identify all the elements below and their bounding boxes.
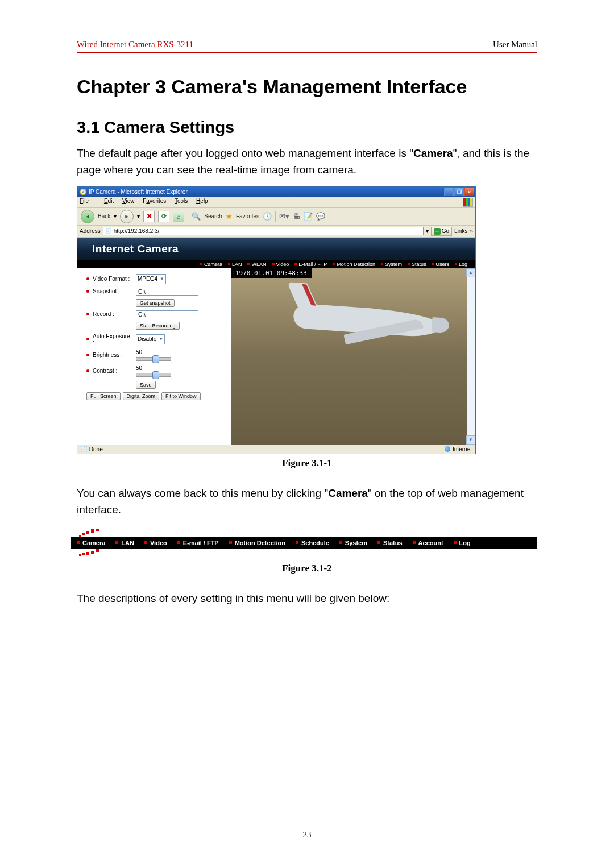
scrollbar-track[interactable] — [467, 277, 475, 436]
discuss-icon[interactable]: 💬 — [316, 212, 325, 221]
ie-menubar: File Edit View Favorites Tools Help — [77, 197, 475, 208]
camera-live-view: 1970.01.01 09:48:33 ▲ ▼ — [231, 268, 475, 445]
window-minimize-button[interactable]: _ — [444, 188, 454, 196]
get-snapshot-button[interactable]: Get snapshot — [136, 299, 175, 307]
nav-email-ftp[interactable]: E-Mail / FTP — [294, 261, 327, 267]
strip-nav-account[interactable]: Account — [413, 539, 443, 546]
camera-controls-panel: Video Format : MPEG4▼ Snapshot : C:\ Get… — [77, 268, 231, 445]
page-number: 23 — [0, 830, 614, 840]
figure-nav-strip: Camera LAN Video E-mail / FTP Motion Det… — [71, 526, 537, 559]
page-icon: 🧾 — [105, 228, 112, 234]
strip-nav-status[interactable]: Status — [377, 539, 403, 546]
windows-flag-icon — [463, 198, 473, 207]
internet-zone-icon — [445, 446, 450, 452]
label-record: Record : — [93, 311, 132, 317]
address-label: Address — [80, 228, 101, 234]
video-timestamp: 1970.01.01 09:48:33 — [231, 268, 312, 278]
links-label[interactable]: Links — [454, 228, 467, 234]
nav-wlan[interactable]: WLAN — [247, 261, 266, 267]
section-title: 3.1 Camera Settings — [77, 118, 537, 137]
menu-file[interactable]: File — [80, 198, 96, 204]
edit-icon[interactable]: 📝 — [304, 212, 313, 221]
favorites-icon: ★ — [226, 212, 233, 221]
address-input[interactable]: 🧾 http://192.168.2.3/ — [103, 227, 424, 235]
strip-nav-camera[interactable]: Camera — [77, 539, 105, 546]
figure-2-caption: Figure 3.1-2 — [77, 563, 537, 574]
record-path-input[interactable]: C:\ — [136, 310, 198, 318]
header-rule — [77, 52, 537, 53]
strip-nav-lan[interactable]: LAN — [115, 539, 134, 546]
ie-status-bar: 🧾 Done Internet — [77, 445, 475, 454]
p1a: The default page after you logged onto w… — [77, 147, 413, 159]
label-auto-exposure: Auto Exposure : — [93, 333, 132, 346]
strip-nav-motion-detection[interactable]: Motion Detection — [229, 539, 285, 546]
nav-motion-detection[interactable]: Motion Detection — [333, 261, 375, 267]
ie-app-icon: 🧭 — [80, 189, 86, 195]
brightness-slider[interactable] — [136, 357, 171, 361]
ie-toolbar: ◄ Back ▾ ► ▾ ✖ ⟳ ⌂ 🔍 Search ★ Favorites … — [77, 208, 475, 226]
start-recording-button[interactable]: Start Recording — [136, 322, 180, 330]
toolbar-back-label: Back — [98, 213, 110, 219]
nav-lan[interactable]: LAN — [228, 261, 242, 267]
label-video-format: Video Format : — [93, 276, 132, 282]
strip-nav-system[interactable]: System — [339, 539, 367, 546]
contrast-slider[interactable] — [136, 373, 171, 377]
strip-nav-email-ftp[interactable]: E-mail / FTP — [177, 539, 219, 546]
menu-favorites[interactable]: Favorites — [143, 198, 166, 204]
strip-nav-log[interactable]: Log — [454, 539, 471, 546]
nav-log[interactable]: Log — [455, 261, 467, 267]
ie-address-bar: Address 🧾 http://192.168.2.3/ ▾ →Go Link… — [77, 226, 475, 238]
doc-header-right: User Manual — [493, 40, 537, 49]
fit-to-window-button[interactable]: Fit to Window — [161, 392, 201, 400]
toolbar-refresh-button[interactable]: ⟳ — [158, 211, 169, 222]
p2a: You can always come back to this menu by… — [77, 487, 328, 499]
chapter-title: Chapter 3 Camera's Management Interface — [77, 76, 537, 98]
go-button[interactable]: →Go — [431, 227, 452, 236]
scroll-down-button[interactable]: ▼ — [466, 435, 475, 445]
mail-icon[interactable]: ✉▾ — [279, 212, 289, 221]
nav-status[interactable]: Status — [408, 261, 426, 267]
menu-help[interactable]: Help — [196, 198, 208, 204]
nav-users[interactable]: Users — [432, 261, 449, 267]
ie-titlebar: 🧭 IP Camera - Microsoft Internet Explore… — [77, 187, 475, 197]
address-value: http://192.168.2.3/ — [114, 228, 160, 234]
toolbar-home-button[interactable]: ⌂ — [173, 211, 184, 222]
nav-video[interactable]: Video — [272, 261, 289, 267]
intro-paragraph-3: The descriptions of every setting in thi… — [77, 590, 537, 607]
digital-zoom-button[interactable]: Digital Zoom — [123, 392, 160, 400]
toolbar-back-button[interactable]: ◄ — [81, 210, 94, 223]
scroll-up-button[interactable]: ▲ — [466, 268, 475, 277]
print-icon[interactable]: 🖶 — [293, 212, 300, 221]
brightness-value: 50 — [136, 349, 171, 355]
menu-edit[interactable]: Edit — [104, 198, 114, 204]
label-brightness: Brightness : — [93, 352, 132, 358]
p2b: Camera — [328, 487, 368, 499]
doc-header-left: Wired Internet Camera RXS-3211 — [77, 40, 193, 49]
nav-system[interactable]: System — [381, 261, 402, 267]
toolbar-favorites-label[interactable]: Favorites — [236, 213, 259, 219]
strip-nav-schedule[interactable]: Schedule — [296, 539, 329, 546]
figure-1-caption: Figure 3.1-1 — [77, 458, 537, 469]
window-close-button[interactable]: × — [464, 188, 474, 196]
history-icon[interactable]: 🕓 — [263, 212, 272, 221]
save-button[interactable]: Save — [136, 381, 156, 389]
intro-paragraph-1: The default page after you logged onto w… — [77, 145, 537, 178]
status-done: Done — [89, 446, 103, 452]
full-screen-button[interactable]: Full Screen — [86, 392, 121, 400]
menu-tools[interactable]: Tools — [175, 198, 188, 204]
auto-exposure-select[interactable]: Disable▼ — [136, 334, 165, 344]
snapshot-path-input[interactable]: C:\ — [136, 288, 198, 296]
toolbar-search-label[interactable]: Search — [204, 213, 222, 219]
menu-view[interactable]: View — [122, 198, 135, 204]
strip-nav-video[interactable]: Video — [144, 539, 167, 546]
nav-camera[interactable]: Camera — [200, 261, 222, 267]
status-zone: Internet — [453, 446, 472, 452]
page-done-icon: 🧾 — [81, 446, 88, 452]
contrast-value: 50 — [136, 365, 171, 371]
figure-ie-window: 🧭 IP Camera - Microsoft Internet Explore… — [77, 186, 476, 454]
video-format-select[interactable]: MPEG4▼ — [136, 274, 166, 284]
window-restore-button[interactable]: ❐ — [454, 188, 464, 196]
address-dropdown[interactable]: ▾ — [426, 228, 429, 234]
toolbar-stop-button[interactable]: ✖ — [143, 211, 155, 222]
toolbar-forward-button[interactable]: ► — [120, 210, 134, 223]
